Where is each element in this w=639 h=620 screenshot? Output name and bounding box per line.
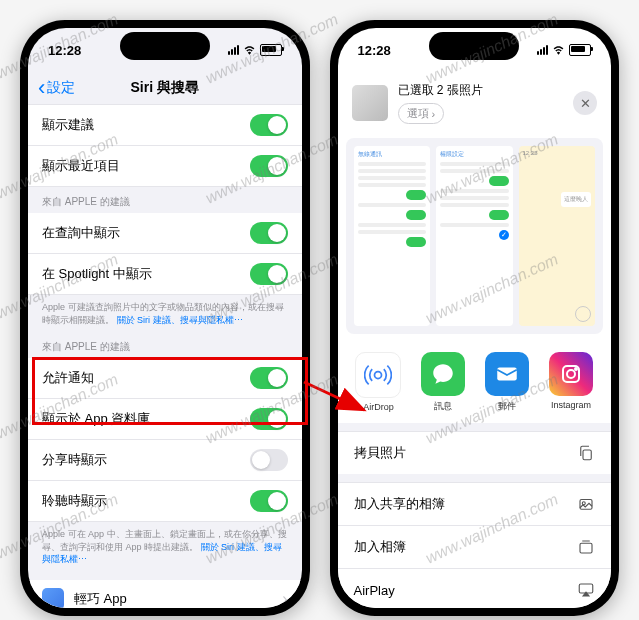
wifi-icon <box>243 44 256 57</box>
section-header: 來自 APPLE 的建議 <box>28 187 302 213</box>
section-footer-3: Apple 可在 App 中、主畫面上、鎖定畫面上，或在你分享、搜尋、查詢字詞和… <box>28 522 302 572</box>
settings-content[interactable]: 顯示建議 顯示最近項目 來自 APPLE 的建議 在查詢中顯示 在 Spotli… <box>28 104 302 608</box>
toggle-recents[interactable] <box>250 155 288 177</box>
preview-screenshot-2: 權限設定 ✓ <box>436 146 513 326</box>
app-row-shortcuts[interactable]: 輕巧 App› <box>28 580 302 608</box>
action-airplay[interactable]: AirPlay <box>338 568 612 608</box>
share-sheet-header: 已選取 2 張照片 選項 › ✕ <box>338 72 612 130</box>
notch <box>429 32 519 60</box>
share-messages[interactable]: 訊息 <box>421 352 465 413</box>
messages-icon <box>421 352 465 396</box>
options-button[interactable]: 選項 › <box>398 103 445 124</box>
status-time: 12:28 <box>48 43 81 58</box>
share-apps-row[interactable]: AirDrop 訊息 郵件 Instagram <box>338 342 612 423</box>
section-footer: Apple 可建議查詢照片中的文字或物品類似的內容，或在搜尋時顯示相關建議。 關… <box>28 295 302 332</box>
airplay-icon <box>577 581 595 599</box>
preview-screenshot-3: 12:25 這麼晚人 <box>519 146 596 326</box>
share-mail[interactable]: 郵件 <box>485 352 529 413</box>
toggle-lookup[interactable] <box>250 222 288 244</box>
svg-point-0 <box>375 372 382 379</box>
preview-area[interactable]: 無線通訊 權限設定 ✓ 12:25 這麼晚人 <box>346 138 604 334</box>
row-listening[interactable]: 聆聽時顯示 <box>28 481 302 522</box>
toggle-notifications[interactable] <box>250 367 288 389</box>
copy-icon <box>577 444 595 462</box>
shortcuts-icon <box>42 588 64 608</box>
action-shared-album[interactable]: 加入共享的相簿 <box>338 482 612 525</box>
chevron-icon: › <box>282 590 287 608</box>
share-instagram[interactable]: Instagram <box>549 352 593 413</box>
svg-rect-8 <box>580 543 592 553</box>
action-copy[interactable]: 拷貝照片 <box>338 431 612 474</box>
phone-left: 12:28 設定 Siri 與搜尋 顯示建議 顯示最近項目 來自 APPLE 的… <box>20 20 310 616</box>
shared-album-icon <box>577 495 595 513</box>
album-icon <box>577 538 595 556</box>
row-notifications[interactable]: 允許通知 <box>28 358 302 399</box>
notch <box>120 32 210 60</box>
close-button[interactable]: ✕ <box>573 91 597 115</box>
row-show-suggestions[interactable]: 顯示建議 <box>28 104 302 146</box>
wifi-icon <box>552 44 565 57</box>
row-lookup[interactable]: 在查詢中顯示 <box>28 213 302 254</box>
toggle-spotlight[interactable] <box>250 263 288 285</box>
mail-icon <box>485 352 529 396</box>
row-app-library[interactable]: 顯示於 App 資料庫 <box>28 399 302 440</box>
nav-bar: 設定 Siri 與搜尋 <box>28 72 302 104</box>
preview-thumbnail <box>352 85 388 121</box>
svg-rect-5 <box>583 450 591 460</box>
sheet-title: 已選取 2 張照片 <box>398 82 483 99</box>
back-button[interactable]: 設定 <box>38 75 75 101</box>
row-show-when-sharing[interactable]: 分享時顯示 <box>28 440 302 481</box>
toggle-sharing[interactable] <box>250 449 288 471</box>
battery-icon <box>569 44 591 56</box>
status-time: 12:28 <box>358 43 391 58</box>
row-show-recents[interactable]: 顯示最近項目 <box>28 146 302 187</box>
toggle-listening[interactable] <box>250 490 288 512</box>
section-header-3: 來自 APPLE 的建議 <box>28 332 302 358</box>
toggle-app-library[interactable] <box>250 408 288 430</box>
toggle-suggestions[interactable] <box>250 114 288 136</box>
signal-icon <box>537 45 548 55</box>
svg-point-4 <box>575 368 577 370</box>
row-spotlight[interactable]: 在 Spotlight 中顯示 <box>28 254 302 295</box>
signal-icon <box>228 45 239 55</box>
svg-point-3 <box>567 370 575 378</box>
share-airdrop[interactable]: AirDrop <box>355 352 401 413</box>
airdrop-icon <box>355 352 401 398</box>
battery-icon <box>260 44 282 56</box>
privacy-link[interactable]: 關於 Siri 建議、搜尋與隱私權⋯ <box>117 315 243 325</box>
svg-rect-1 <box>497 368 517 381</box>
preview-screenshot-1: 無線通訊 <box>354 146 431 326</box>
page-title: Siri 與搜尋 <box>131 79 199 97</box>
action-album[interactable]: 加入相簿 <box>338 525 612 568</box>
instagram-icon <box>549 352 593 396</box>
phone-right: 12:28 已選取 2 張照片 選項 › ✕ 無線通訊 <box>330 20 620 616</box>
